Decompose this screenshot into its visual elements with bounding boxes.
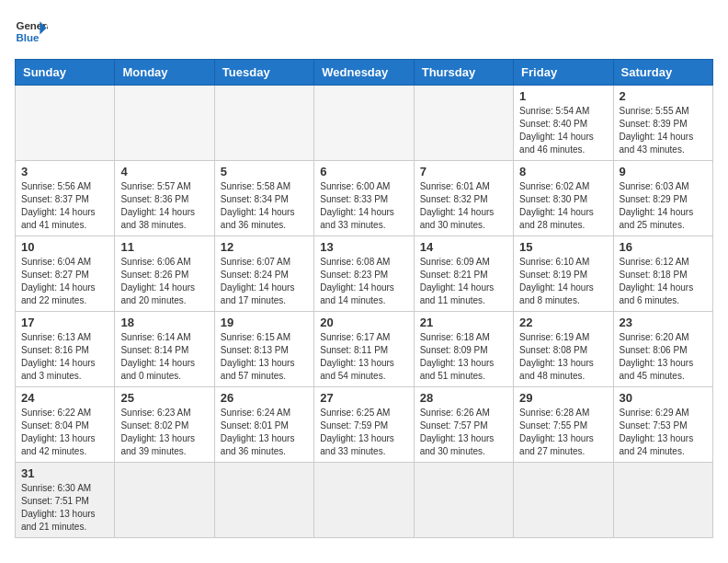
- day-info: Sunrise: 6:20 AM Sunset: 8:06 PM Dayligh…: [620, 331, 707, 383]
- day-number: 7: [420, 165, 507, 178]
- calendar-cell: [115, 86, 214, 161]
- weekday-header-thursday: Thursday: [414, 60, 513, 86]
- day-info: Sunrise: 6:14 AM Sunset: 8:14 PM Dayligh…: [120, 331, 208, 383]
- weekday-header-sunday: Sunday: [16, 60, 115, 86]
- day-number: 31: [21, 466, 108, 480]
- calendar-week-row: 3Sunrise: 5:56 AM Sunset: 8:37 PM Daylig…: [16, 161, 713, 236]
- calendar-cell: 26Sunrise: 6:24 AM Sunset: 8:01 PM Dayli…: [214, 387, 313, 463]
- calendar-cell: 2Sunrise: 5:55 AM Sunset: 8:39 PM Daylig…: [613, 86, 712, 161]
- logo: General Blue: [15, 15, 48, 48]
- calendar-week-row: 24Sunrise: 6:22 AM Sunset: 8:04 PM Dayli…: [16, 387, 713, 463]
- calendar-cell: 17Sunrise: 6:13 AM Sunset: 8:16 PM Dayli…: [16, 312, 115, 387]
- calendar-cell: 29Sunrise: 6:28 AM Sunset: 7:55 PM Dayli…: [514, 387, 613, 463]
- day-info: Sunrise: 6:29 AM Sunset: 7:53 PM Dayligh…: [620, 407, 707, 458]
- day-number: 10: [21, 240, 108, 254]
- weekday-header-friday: Friday: [514, 60, 613, 86]
- weekday-header-wednesday: Wednesday: [314, 60, 414, 86]
- calendar-week-row: 31Sunrise: 6:30 AM Sunset: 7:51 PM Dayli…: [16, 463, 713, 538]
- calendar-week-row: 1Sunrise: 5:54 AM Sunset: 8:40 PM Daylig…: [16, 86, 713, 161]
- day-number: 2: [620, 89, 707, 103]
- calendar-cell: [314, 86, 414, 161]
- day-info: Sunrise: 5:56 AM Sunset: 8:37 PM Dayligh…: [21, 180, 108, 232]
- calendar-cell: 21Sunrise: 6:18 AM Sunset: 8:09 PM Dayli…: [414, 312, 513, 387]
- day-info: Sunrise: 6:15 AM Sunset: 8:13 PM Dayligh…: [221, 331, 308, 383]
- day-number: 1: [519, 89, 607, 103]
- page-header: General Blue: [15, 15, 713, 48]
- day-info: Sunrise: 6:30 AM Sunset: 7:51 PM Dayligh…: [21, 482, 108, 534]
- calendar-cell: 5Sunrise: 5:58 AM Sunset: 8:34 PM Daylig…: [214, 161, 313, 236]
- day-info: Sunrise: 5:57 AM Sunset: 8:36 PM Dayligh…: [120, 180, 208, 232]
- day-number: 25: [120, 391, 208, 405]
- day-number: 14: [420, 240, 507, 254]
- calendar-cell: 13Sunrise: 6:08 AM Sunset: 8:23 PM Dayli…: [314, 236, 414, 312]
- day-number: 26: [221, 391, 308, 405]
- calendar-cell: 3Sunrise: 5:56 AM Sunset: 8:37 PM Daylig…: [16, 161, 115, 236]
- day-info: Sunrise: 6:02 AM Sunset: 8:30 PM Dayligh…: [519, 180, 607, 232]
- calendar-cell: 6Sunrise: 6:00 AM Sunset: 8:33 PM Daylig…: [314, 161, 414, 236]
- logo-icon: General Blue: [15, 15, 48, 48]
- calendar-cell: 23Sunrise: 6:20 AM Sunset: 8:06 PM Dayli…: [613, 312, 712, 387]
- calendar-cell: 25Sunrise: 6:23 AM Sunset: 8:02 PM Dayli…: [115, 387, 214, 463]
- day-info: Sunrise: 6:28 AM Sunset: 7:55 PM Dayligh…: [519, 407, 607, 458]
- day-info: Sunrise: 6:18 AM Sunset: 8:09 PM Dayligh…: [420, 331, 507, 383]
- calendar-cell: 31Sunrise: 6:30 AM Sunset: 7:51 PM Dayli…: [16, 463, 115, 538]
- day-info: Sunrise: 6:10 AM Sunset: 8:19 PM Dayligh…: [519, 256, 607, 307]
- day-number: 29: [519, 391, 607, 405]
- day-number: 20: [320, 316, 407, 329]
- calendar-cell: [314, 463, 414, 538]
- day-number: 19: [221, 316, 308, 329]
- calendar-cell: 30Sunrise: 6:29 AM Sunset: 7:53 PM Dayli…: [613, 387, 712, 463]
- day-info: Sunrise: 6:06 AM Sunset: 8:26 PM Dayligh…: [120, 256, 208, 307]
- day-info: Sunrise: 6:01 AM Sunset: 8:32 PM Dayligh…: [420, 180, 507, 232]
- calendar-cell: 4Sunrise: 5:57 AM Sunset: 8:36 PM Daylig…: [115, 161, 214, 236]
- day-info: Sunrise: 6:03 AM Sunset: 8:29 PM Dayligh…: [620, 180, 707, 232]
- day-number: 17: [21, 316, 108, 329]
- day-info: Sunrise: 5:55 AM Sunset: 8:39 PM Dayligh…: [620, 105, 707, 156]
- day-info: Sunrise: 6:04 AM Sunset: 8:27 PM Dayligh…: [21, 256, 108, 307]
- day-info: Sunrise: 6:22 AM Sunset: 8:04 PM Dayligh…: [21, 407, 108, 458]
- day-info: Sunrise: 6:23 AM Sunset: 8:02 PM Dayligh…: [120, 407, 208, 458]
- calendar-cell: 14Sunrise: 6:09 AM Sunset: 8:21 PM Dayli…: [414, 236, 513, 312]
- day-info: Sunrise: 6:12 AM Sunset: 8:18 PM Dayligh…: [620, 256, 707, 307]
- day-number: 9: [620, 165, 707, 178]
- calendar-table: SundayMondayTuesdayWednesdayThursdayFrid…: [15, 59, 713, 538]
- calendar-cell: [613, 463, 712, 538]
- day-number: 28: [420, 391, 507, 405]
- calendar-week-row: 17Sunrise: 6:13 AM Sunset: 8:16 PM Dayli…: [16, 312, 713, 387]
- weekday-header-monday: Monday: [115, 60, 214, 86]
- weekday-header-tuesday: Tuesday: [214, 60, 313, 86]
- day-info: Sunrise: 6:24 AM Sunset: 8:01 PM Dayligh…: [221, 407, 308, 458]
- day-number: 23: [620, 316, 707, 329]
- day-info: Sunrise: 6:26 AM Sunset: 7:57 PM Dayligh…: [420, 407, 507, 458]
- day-number: 13: [320, 240, 407, 254]
- day-info: Sunrise: 5:58 AM Sunset: 8:34 PM Dayligh…: [221, 180, 308, 232]
- calendar-cell: 10Sunrise: 6:04 AM Sunset: 8:27 PM Dayli…: [16, 236, 115, 312]
- calendar-cell: 16Sunrise: 6:12 AM Sunset: 8:18 PM Dayli…: [613, 236, 712, 312]
- svg-text:Blue: Blue: [16, 32, 40, 43]
- day-number: 27: [320, 391, 407, 405]
- calendar-cell: 7Sunrise: 6:01 AM Sunset: 8:32 PM Daylig…: [414, 161, 513, 236]
- calendar-cell: 1Sunrise: 5:54 AM Sunset: 8:40 PM Daylig…: [514, 86, 613, 161]
- day-info: Sunrise: 6:00 AM Sunset: 8:33 PM Dayligh…: [320, 180, 407, 232]
- calendar-cell: 11Sunrise: 6:06 AM Sunset: 8:26 PM Dayli…: [115, 236, 214, 312]
- calendar-cell: [414, 86, 513, 161]
- day-number: 18: [120, 316, 208, 329]
- day-number: 21: [420, 316, 507, 329]
- day-number: 5: [221, 165, 308, 178]
- day-info: Sunrise: 6:07 AM Sunset: 8:24 PM Dayligh…: [221, 256, 308, 307]
- day-number: 12: [221, 240, 308, 254]
- calendar-cell: 15Sunrise: 6:10 AM Sunset: 8:19 PM Dayli…: [514, 236, 613, 312]
- calendar-cell: 28Sunrise: 6:26 AM Sunset: 7:57 PM Dayli…: [414, 387, 513, 463]
- calendar-cell: [514, 463, 613, 538]
- calendar-cell: [214, 463, 313, 538]
- calendar-week-row: 10Sunrise: 6:04 AM Sunset: 8:27 PM Dayli…: [16, 236, 713, 312]
- calendar-cell: 12Sunrise: 6:07 AM Sunset: 8:24 PM Dayli…: [214, 236, 313, 312]
- day-number: 6: [320, 165, 407, 178]
- day-number: 30: [620, 391, 707, 405]
- day-info: Sunrise: 6:13 AM Sunset: 8:16 PM Dayligh…: [21, 331, 108, 383]
- calendar-cell: 24Sunrise: 6:22 AM Sunset: 8:04 PM Dayli…: [16, 387, 115, 463]
- calendar-cell: 27Sunrise: 6:25 AM Sunset: 7:59 PM Dayli…: [314, 387, 414, 463]
- day-number: 16: [620, 240, 707, 254]
- calendar-cell: 19Sunrise: 6:15 AM Sunset: 8:13 PM Dayli…: [214, 312, 313, 387]
- calendar-cell: 22Sunrise: 6:19 AM Sunset: 8:08 PM Dayli…: [514, 312, 613, 387]
